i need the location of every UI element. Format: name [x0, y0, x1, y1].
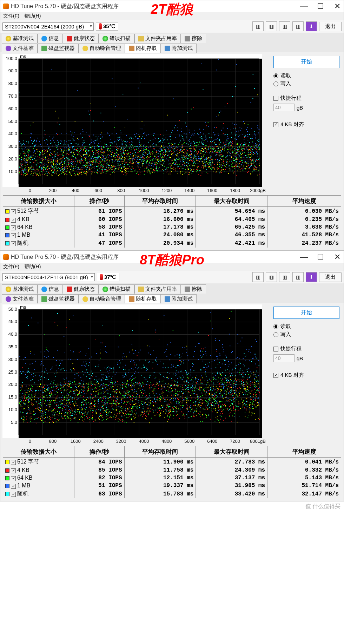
- options-icon[interactable]: ▥: [292, 21, 304, 31]
- checkbox-4kb-align[interactable]: 4 KB 对齐: [273, 372, 339, 379]
- tab-folder[interactable]: 文件夹占用率: [134, 284, 181, 294]
- radio-write[interactable]: 写入: [273, 80, 339, 87]
- radio-icon: [273, 324, 278, 329]
- cell-max: 64.465 ms: [196, 216, 267, 223]
- tab-random[interactable]: 随机存取: [125, 44, 161, 53]
- content-area: 0800160024003200400048005600640072008001…: [0, 303, 344, 446]
- x-tick: 6400: [201, 439, 224, 444]
- menu-file[interactable]: 文件(F): [3, 13, 19, 19]
- checkbox-4kb-align[interactable]: 4 KB 对齐: [273, 121, 339, 128]
- tab-label: 健康状态: [74, 286, 95, 293]
- radio-read[interactable]: 读取: [273, 323, 339, 330]
- checkbox-label: 4 KB 对齐: [280, 121, 304, 128]
- tab-label: 错误扫描: [110, 35, 131, 42]
- copy2-icon[interactable]: ▥: [266, 272, 277, 282]
- exit-button[interactable]: 退出: [319, 22, 342, 31]
- color-swatch-icon: [5, 484, 9, 488]
- radio-read[interactable]: 读取: [273, 72, 339, 79]
- copy-icon[interactable]: ▥: [252, 272, 264, 282]
- cell-iops: 63 IOPS: [74, 489, 124, 498]
- monitor-icon: [41, 296, 47, 302]
- quick-value-spinner: gB: [273, 354, 339, 362]
- chart-container: 0200400600800100012001400160018002000gB: [2, 54, 269, 195]
- tab-folder[interactable]: 文件夹占用率: [134, 34, 181, 43]
- row-checkbox[interactable]: [11, 233, 16, 238]
- row-label-cell: 随机: [3, 239, 74, 248]
- tab-scan[interactable]: 错误扫描: [99, 284, 134, 294]
- tab-extra[interactable]: 附加测试: [161, 44, 197, 53]
- color-swatch-icon: [5, 460, 9, 464]
- maximize-button[interactable]: ☐: [317, 2, 324, 11]
- quick-value-input[interactable]: [273, 104, 295, 111]
- menu-file[interactable]: 文件(F): [3, 264, 19, 269]
- row-checkbox[interactable]: [11, 460, 16, 465]
- start-button[interactable]: 开始: [273, 56, 339, 68]
- scan-icon: [102, 36, 108, 41]
- radio-write[interactable]: 写入: [273, 331, 339, 338]
- tab-info[interactable]: 信息: [38, 34, 63, 43]
- quick-value-input[interactable]: [273, 354, 295, 362]
- cell-max: 33.420 ms: [196, 489, 267, 498]
- menu-help[interactable]: 帮助(H): [24, 13, 41, 19]
- tab-health[interactable]: 健康状态: [63, 284, 99, 294]
- row-checkbox[interactable]: [11, 225, 16, 230]
- row-checkbox[interactable]: [11, 241, 16, 246]
- tab-monitor[interactable]: 磁盘监视器: [38, 294, 79, 303]
- tab-health[interactable]: 健康状态: [63, 34, 99, 43]
- results-area: 传输数据大小操作/秒平均存取时间最大存取时间平均速度512 字节61 IOPS1…: [0, 195, 344, 250]
- copy2-icon[interactable]: ▥: [266, 21, 277, 31]
- table-header: 传输数据大小: [3, 446, 74, 458]
- exit-button[interactable]: 退出: [319, 272, 342, 282]
- drive-select[interactable]: ST2000VN004-2E4164 (2000 gB): [2, 22, 94, 31]
- checkbox-label: 快捷行程: [280, 346, 302, 352]
- tab-bulb[interactable]: 基准测试: [2, 284, 38, 294]
- checkbox-icon: [273, 373, 278, 378]
- scatter-chart: [2, 54, 262, 187]
- row-checkbox[interactable]: [11, 468, 16, 473]
- tab-extra[interactable]: 附加测试: [161, 294, 197, 303]
- tab-scan[interactable]: 错误扫描: [99, 34, 134, 43]
- cell-avg: 12.151 ms: [124, 474, 196, 482]
- camera-icon[interactable]: ▥: [279, 21, 290, 31]
- tab-monitor[interactable]: 磁盘监视器: [38, 44, 79, 53]
- row-checkbox[interactable]: [11, 484, 16, 489]
- row-checkbox[interactable]: [11, 476, 16, 481]
- tab-sound[interactable]: 自动噪音管理: [79, 44, 125, 53]
- maximize-button[interactable]: ☐: [317, 252, 324, 262]
- drive-select[interactable]: ST8000NE0004-1ZF11G (8001 gB): [2, 273, 95, 281]
- options-icon[interactable]: ▥: [292, 272, 304, 282]
- tab-purple[interactable]: 文件基准: [2, 44, 38, 53]
- checkbox-quick[interactable]: 快捷行程: [273, 346, 339, 352]
- copy-icon[interactable]: ▥: [252, 21, 264, 31]
- tab-random[interactable]: 随机存取: [125, 294, 161, 303]
- table-header: 最大存取时间: [196, 446, 267, 458]
- x-tick: 1000: [133, 188, 156, 193]
- minimize-button[interactable]: —: [300, 2, 307, 11]
- row-checkbox[interactable]: [11, 209, 16, 214]
- tab-bulb[interactable]: 基准测试: [2, 34, 38, 43]
- download-icon[interactable]: ⬇: [306, 272, 317, 282]
- x-tick: 4000: [133, 439, 156, 444]
- random-icon: [129, 296, 134, 302]
- chart-container: 0800160024003200400048005600640072008001…: [2, 304, 269, 445]
- menu-help[interactable]: 帮助(H): [24, 264, 41, 269]
- start-button[interactable]: 开始: [273, 307, 339, 319]
- window-title: HD Tune Pro 5.70 - 硬盘/固态硬盘实用程序: [11, 3, 119, 10]
- camera-icon[interactable]: ▥: [279, 272, 290, 282]
- row-checkbox[interactable]: [11, 218, 16, 223]
- row-checkbox[interactable]: [11, 492, 16, 497]
- tab-erase[interactable]: 擦除: [181, 34, 206, 43]
- minimize-button[interactable]: —: [300, 252, 307, 262]
- cell-avg: 20.934 ms: [124, 239, 196, 248]
- tab-sound[interactable]: 自动噪音管理: [79, 294, 125, 303]
- download-icon[interactable]: ⬇: [306, 21, 317, 31]
- close-button[interactable]: ✕: [334, 2, 341, 11]
- tab-purple[interactable]: 文件基准: [2, 294, 38, 303]
- tab-erase[interactable]: 擦除: [181, 284, 206, 294]
- checkbox-quick[interactable]: 快捷行程: [273, 95, 339, 101]
- close-button[interactable]: ✕: [334, 252, 341, 262]
- row-label-cell: 512 字节: [3, 458, 74, 467]
- tab-info[interactable]: 信息: [38, 284, 63, 294]
- row-label-cell: 随机: [3, 489, 74, 498]
- table-header: 操作/秒: [74, 196, 124, 207]
